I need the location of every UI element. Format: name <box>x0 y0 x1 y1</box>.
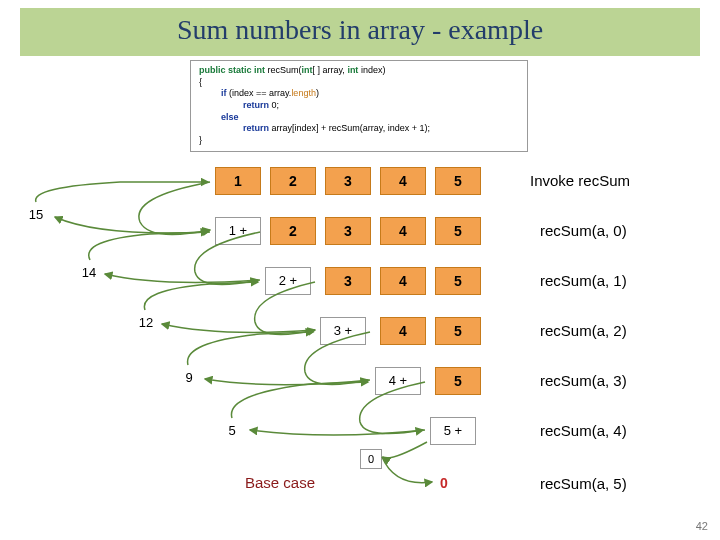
call-label: recSum(a, 3) <box>540 372 627 389</box>
sum-value: 14 <box>75 262 103 284</box>
array-cell: 5 <box>435 267 481 295</box>
code-kw: if <box>221 88 229 98</box>
invoke-label: Invoke recSum <box>530 172 630 189</box>
array-cell: 5 <box>435 167 481 195</box>
diagram-area: 1 2 3 4 5 Invoke recSum 1 + 2 3 4 5 recS… <box>0 162 720 540</box>
code-kw: int <box>302 65 313 75</box>
array-cell: 4 <box>380 267 426 295</box>
red-zero: 0 <box>440 475 448 491</box>
array-cell: 5 <box>435 217 481 245</box>
code-kw: else <box>221 112 239 122</box>
sum-value: 9 <box>175 367 203 389</box>
code-text: array[index] + recSum(array, index + 1); <box>272 123 430 133</box>
code-text: ) <box>316 88 319 98</box>
code-block: public static int recSum(int[ ] array, i… <box>190 60 528 152</box>
call-label: recSum(a, 5) <box>540 475 627 492</box>
code-text: index) <box>358 65 385 75</box>
call-label: recSum(a, 2) <box>540 322 627 339</box>
code-text: (index == array. <box>229 88 291 98</box>
array-cell: 4 <box>380 217 426 245</box>
array-cell: 1 <box>215 167 261 195</box>
code-text: [ ] array, <box>313 65 348 75</box>
code-text: { <box>199 77 519 89</box>
sum-value: 5 <box>218 420 246 442</box>
array-cell: 5 <box>435 317 481 345</box>
code-kw: return <box>243 123 272 133</box>
code-text: 0; <box>272 100 280 110</box>
array-cell: 3 <box>325 167 371 195</box>
array-cell: 4 <box>380 317 426 345</box>
zero-box: 0 <box>360 449 382 469</box>
array-cell: 3 <box>325 267 371 295</box>
call-label: recSum(a, 4) <box>540 422 627 439</box>
page-title: Sum numbers in array - example <box>20 8 700 56</box>
call-label: recSum(a, 1) <box>540 272 627 289</box>
plus-cell: 5 + <box>430 417 476 445</box>
slide-number: 42 <box>696 520 708 532</box>
plus-cell: 2 + <box>265 267 311 295</box>
code-kw: int <box>347 65 358 75</box>
array-cell: 3 <box>325 217 371 245</box>
call-label: recSum(a, 0) <box>540 222 627 239</box>
plus-cell: 3 + <box>320 317 366 345</box>
base-case-label: Base case <box>245 474 315 491</box>
code-kw: return <box>243 100 272 110</box>
sum-value: 15 <box>22 204 50 226</box>
code-text: } <box>199 135 519 147</box>
code-kw: public static int <box>199 65 268 75</box>
array-cell: 2 <box>270 167 316 195</box>
array-cell: 2 <box>270 217 316 245</box>
sum-value: 12 <box>132 312 160 334</box>
array-cell: 4 <box>380 167 426 195</box>
plus-cell: 4 + <box>375 367 421 395</box>
array-cell: 5 <box>435 367 481 395</box>
plus-cell: 1 + <box>215 217 261 245</box>
code-kw: length <box>291 88 316 98</box>
code-text: recSum( <box>268 65 302 75</box>
